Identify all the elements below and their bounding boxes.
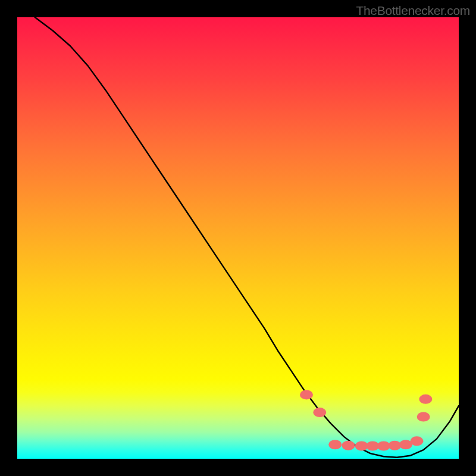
data-marker [419, 394, 432, 404]
data-marker [313, 408, 326, 417]
data-marker [388, 441, 401, 450]
data-marker [411, 436, 424, 446]
data-marker [417, 412, 430, 422]
chart-plot-area [17, 17, 459, 459]
data-markers [300, 390, 432, 450]
data-marker [328, 440, 342, 449]
curve-line [35, 17, 459, 458]
watermark-text: TheBottlenecker.com [356, 4, 470, 18]
data-marker [342, 441, 355, 450]
chart-svg [17, 17, 459, 459]
data-marker [300, 390, 313, 399]
